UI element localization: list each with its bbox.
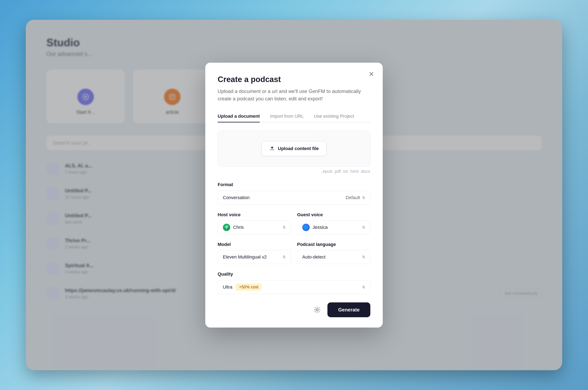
modal-wrapper: Create a podcast Upload a document or a …	[26, 20, 562, 370]
model-select[interactable]: Eleven Multilingual v2 ⇅	[218, 250, 291, 264]
modal-footer: Generate	[218, 302, 370, 317]
format-label: Format	[218, 182, 370, 187]
format-default-label: Default	[346, 195, 360, 200]
model-language-grid: Model Eleven Multilingual v2 ⇅ Podcast l…	[218, 242, 370, 264]
host-voice-chevron-icon: ⇅	[283, 225, 286, 230]
upload-content-button[interactable]: Upload content file	[262, 141, 326, 156]
gear-icon	[314, 306, 321, 313]
file-types-label: .epub .pdf .txt .html .docx	[218, 169, 370, 174]
quality-label: Quality	[218, 271, 370, 277]
tab-existing-project[interactable]: Use existing Project	[314, 111, 354, 122]
format-select-row[interactable]: Conversation Default ⇅	[218, 191, 370, 205]
create-podcast-modal: Create a podcast Upload a document or a …	[205, 63, 383, 328]
modal-description: Upload a document or a url and we'll use…	[218, 88, 370, 102]
svg-point-10	[316, 309, 318, 311]
quality-chevron-icon: ⇅	[362, 285, 365, 290]
model-group: Model Eleven Multilingual v2 ⇅	[218, 242, 291, 264]
guest-voice-select[interactable]: 🌐 Jessica ⇅	[297, 220, 370, 234]
guest-voice-chevron-icon: ⇅	[362, 225, 365, 230]
modal-tabs: Upload a document Import from URL Use ex…	[218, 111, 370, 122]
language-group: Podcast language Auto-detect ⇅	[297, 242, 370, 264]
language-value: Auto-detect	[302, 254, 326, 260]
guest-voice-value: Jessica	[313, 225, 328, 230]
close-button[interactable]	[366, 69, 377, 79]
voice-grid: Host voice 🌍 Chris ⇅ Guest voice 🌐	[218, 212, 370, 234]
quality-value: Ultra	[223, 285, 232, 290]
guest-voice-avatar: 🌐	[302, 224, 310, 231]
host-voice-value: Chris	[233, 225, 244, 230]
host-voice-select[interactable]: 🌍 Chris ⇅	[218, 220, 291, 234]
tab-import-url[interactable]: Import from URL	[270, 111, 304, 122]
host-voice-avatar: 🌍	[223, 224, 230, 231]
language-chevron-icon: ⇅	[362, 255, 365, 259]
language-select[interactable]: Auto-detect ⇅	[297, 250, 370, 264]
language-label: Podcast language	[297, 242, 370, 247]
quality-section: Quality Ultra +50% cost ⇅	[218, 271, 370, 294]
model-label: Model	[218, 242, 291, 247]
guest-voice-group: Guest voice 🌐 Jessica ⇅	[297, 212, 370, 234]
format-section: Format Conversation Default ⇅	[218, 182, 370, 205]
settings-button[interactable]	[311, 304, 323, 316]
upload-area[interactable]: Upload content file	[218, 131, 370, 167]
guest-voice-label: Guest voice	[297, 212, 370, 217]
format-value: Conversation	[223, 195, 250, 200]
upload-icon	[269, 145, 275, 152]
host-voice-group: Host voice 🌍 Chris ⇅	[218, 212, 291, 234]
tab-upload-document[interactable]: Upload a document	[218, 111, 260, 122]
model-chevron-icon: ⇅	[283, 255, 286, 259]
model-value: Eleven Multilingual v2	[223, 254, 267, 260]
chevron-up-down-icon: ⇅	[362, 195, 365, 200]
generate-button[interactable]: Generate	[327, 302, 370, 317]
app-container: Studio Our advanced s... Start fr...	[26, 20, 562, 370]
upload-button-label: Upload content file	[278, 146, 319, 151]
host-voice-label: Host voice	[218, 212, 291, 217]
quality-select[interactable]: Ultra +50% cost ⇅	[218, 280, 370, 294]
quality-cost-badge: +50% cost	[235, 284, 262, 291]
modal-title: Create a podcast	[218, 75, 370, 84]
